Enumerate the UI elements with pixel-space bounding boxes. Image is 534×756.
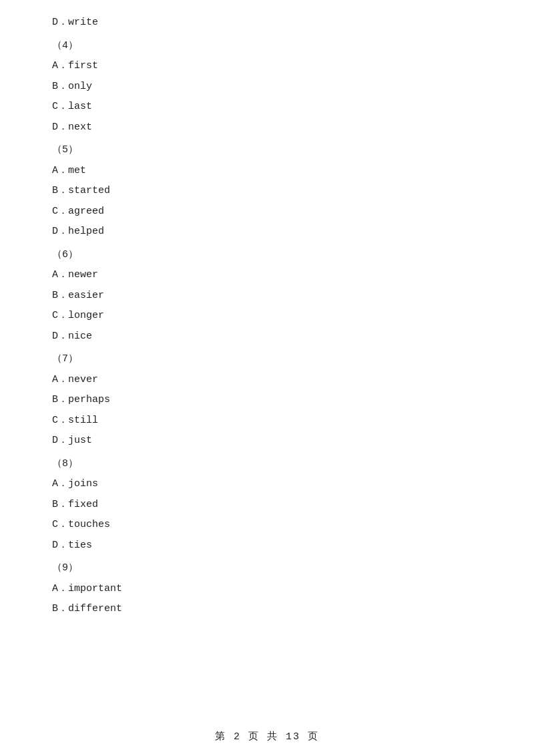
answer-option: B．perhaps xyxy=(52,391,482,410)
answer-option: B．fixed xyxy=(52,496,482,515)
answer-option: B．started xyxy=(52,182,482,201)
question-number: （7） xyxy=(52,350,482,369)
answer-option: C．agreed xyxy=(52,202,482,222)
answer-option: A．newer xyxy=(52,266,482,285)
question-number: （6） xyxy=(52,246,482,265)
answer-option: B．different xyxy=(52,600,482,619)
question-number: （4） xyxy=(52,37,482,56)
answer-option: D．just xyxy=(52,431,482,451)
answer-option: C．last xyxy=(52,98,482,117)
answer-option: C．still xyxy=(52,411,482,431)
answer-option: B．only xyxy=(52,77,482,97)
answer-option: C．touches xyxy=(52,516,482,535)
answer-option: A．joins xyxy=(52,475,482,494)
main-content: D．write（4）A．firstB．onlyC．lastD．next（5）A．… xyxy=(0,0,534,660)
answer-option: A．met xyxy=(52,162,482,181)
answer-option: D．helped xyxy=(52,222,482,242)
question-number: （5） xyxy=(52,141,482,160)
answer-option: A．never xyxy=(52,371,482,390)
answer-option: D．write xyxy=(52,13,482,33)
answer-option: D．next xyxy=(52,118,482,138)
answer-option: B．easier xyxy=(52,287,482,306)
question-number: （9） xyxy=(52,559,482,578)
answer-option: C．longer xyxy=(52,307,482,326)
answer-option: A．first xyxy=(52,57,482,76)
page-footer: 第 2 页 共 13 页 xyxy=(0,730,534,743)
answer-option: D．nice xyxy=(52,327,482,347)
answer-option: A．important xyxy=(52,580,482,599)
answer-option: D．ties xyxy=(52,536,482,556)
question-number: （8） xyxy=(52,455,482,474)
